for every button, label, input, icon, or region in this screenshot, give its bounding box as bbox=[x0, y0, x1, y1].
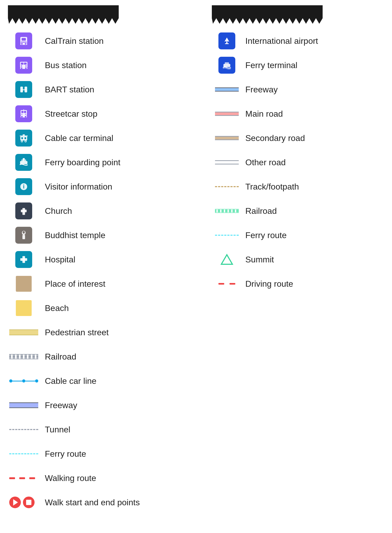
bart-icon bbox=[15, 81, 32, 98]
pedestrian-line-icon bbox=[9, 329, 38, 335]
main-road-label: Main road bbox=[245, 109, 283, 119]
stop-button-icon bbox=[23, 497, 35, 508]
cablecar-line-icon-area bbox=[8, 379, 40, 383]
cablecar-line-icon bbox=[9, 379, 38, 383]
summit-label: Summit bbox=[245, 255, 274, 265]
bart-icon-area bbox=[8, 81, 40, 98]
visitor-label: Visitor information bbox=[45, 182, 112, 192]
buddhist-label: Buddhist temple bbox=[45, 230, 105, 240]
svg-rect-11 bbox=[25, 65, 27, 67]
svg-rect-28 bbox=[23, 134, 25, 136]
svg-rect-42 bbox=[22, 235, 25, 239]
bus-icon-area bbox=[8, 57, 40, 74]
svg-rect-59 bbox=[225, 62, 229, 64]
list-item: Ferry boarding point bbox=[8, 153, 198, 172]
ferry-l-label: Ferry route bbox=[45, 449, 86, 459]
list-item: Walk start and end points bbox=[8, 493, 198, 512]
svg-rect-20 bbox=[24, 111, 26, 113]
svg-rect-5 bbox=[21, 42, 27, 43]
driving-route-icon bbox=[214, 283, 240, 285]
svg-point-30 bbox=[25, 140, 26, 142]
hospital-icon-area bbox=[8, 251, 40, 268]
svg-point-23 bbox=[21, 116, 23, 117]
right-column: International airport Ferry terminal bbox=[214, 32, 392, 517]
poi-icon bbox=[16, 276, 32, 292]
svg-rect-57 bbox=[225, 43, 229, 44]
left-column: CalTrain station bbox=[8, 32, 198, 517]
freeway-l-icon-area bbox=[8, 402, 40, 408]
list-item: Railroad bbox=[214, 202, 392, 220]
railroad-r-icon bbox=[215, 208, 239, 214]
svg-point-13 bbox=[25, 67, 27, 69]
caltrain-label: CalTrain station bbox=[45, 36, 104, 46]
streetcar-label: Streetcar stop bbox=[45, 109, 97, 119]
driving-label: Driving route bbox=[245, 279, 293, 289]
svg-point-29 bbox=[21, 140, 23, 142]
walking-route-icon bbox=[9, 477, 38, 479]
svg-rect-25 bbox=[23, 109, 24, 110]
legend-container: CalTrain station bbox=[0, 32, 392, 517]
list-item: Main road bbox=[214, 105, 392, 123]
svg-point-4 bbox=[25, 43, 26, 45]
ferry-terminal-icon-area bbox=[214, 57, 240, 74]
svg-rect-16 bbox=[21, 89, 26, 90]
list-item: CalTrain station bbox=[8, 32, 198, 50]
svg-rect-2 bbox=[22, 38, 26, 41]
svg-rect-8 bbox=[21, 63, 23, 65]
bus-label: Bus station bbox=[45, 60, 87, 70]
streetcar-icon-area bbox=[8, 105, 40, 122]
svg-rect-33 bbox=[20, 161, 27, 164]
list-item: BART station bbox=[8, 80, 198, 99]
cablecar-line-label: Cable car line bbox=[45, 376, 97, 386]
hospital-label: Hospital bbox=[45, 255, 75, 265]
pedestrian-icon-area bbox=[8, 329, 40, 335]
hospital-icon bbox=[15, 251, 32, 268]
secondary-road-label: Secondary road bbox=[245, 133, 305, 143]
list-item: Summit bbox=[214, 250, 392, 269]
main-road-icon bbox=[214, 112, 240, 116]
other-road-icon bbox=[214, 160, 240, 164]
svg-rect-36 bbox=[23, 158, 24, 161]
visitor-icon-area: i bbox=[8, 178, 40, 195]
list-item: Ferry route bbox=[214, 226, 392, 244]
freeway-l-icon bbox=[9, 402, 38, 408]
bus-icon bbox=[15, 57, 32, 74]
list-item: Buddhist temple bbox=[8, 226, 198, 244]
list-item: Streetcar stop bbox=[8, 105, 198, 123]
list-item: Driving route bbox=[214, 275, 392, 293]
ferry-r-label: Ferry route bbox=[245, 230, 286, 240]
ferry-boarding-icon bbox=[15, 154, 32, 171]
right-banner bbox=[212, 5, 323, 24]
ferry-boarding-icon-area bbox=[8, 154, 40, 171]
list-item: Freeway bbox=[214, 80, 392, 99]
svg-point-3 bbox=[21, 43, 23, 45]
ferry-terminal-icon bbox=[218, 57, 235, 74]
church-icon bbox=[15, 202, 32, 219]
buddhist-icon bbox=[15, 227, 32, 244]
other-road-icon-area bbox=[214, 160, 240, 164]
svg-marker-69 bbox=[221, 255, 232, 264]
cablecar-icon-area bbox=[8, 130, 40, 147]
railroad-r-label: Railroad bbox=[245, 206, 277, 216]
list-item: International airport bbox=[214, 32, 392, 50]
list-item: i Visitor information bbox=[8, 177, 198, 196]
ferry-l-icon-area bbox=[8, 453, 40, 454]
tunnel-icon-area bbox=[8, 429, 40, 430]
walk-points-icon-area bbox=[8, 497, 40, 508]
left-banner bbox=[8, 5, 119, 24]
secondary-road-icon bbox=[214, 136, 240, 140]
svg-text:i: i bbox=[23, 183, 25, 190]
church-label: Church bbox=[45, 206, 72, 216]
walking-icon-area bbox=[8, 477, 40, 479]
list-item: Bus station bbox=[8, 56, 198, 74]
page-wrapper: CalTrain station bbox=[0, 0, 392, 528]
svg-rect-32 bbox=[25, 137, 26, 139]
svg-rect-31 bbox=[21, 137, 23, 139]
tunnel-label: Tunnel bbox=[45, 425, 70, 435]
list-item: Place of interest bbox=[8, 275, 198, 293]
airport-icon bbox=[218, 32, 235, 49]
svg-point-12 bbox=[21, 67, 22, 69]
svg-rect-21 bbox=[21, 114, 22, 115]
top-banners bbox=[0, 5, 392, 24]
other-road-label: Other road bbox=[245, 158, 286, 167]
